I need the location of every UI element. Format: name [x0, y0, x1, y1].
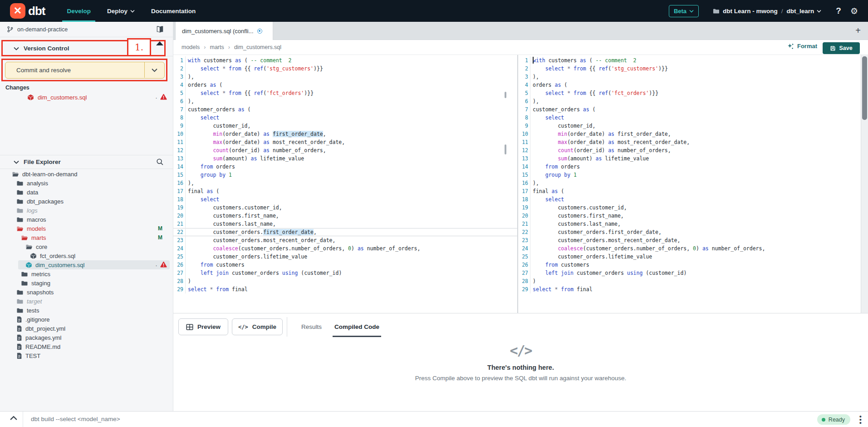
tree-item-macros[interactable]: macros	[0, 215, 173, 224]
tree-item--gitignore[interactable]: .gitignore	[0, 315, 173, 324]
code-line: 10 min(order_date) as first_order_date,	[518, 130, 861, 138]
commit-options-caret[interactable]	[144, 62, 164, 78]
branch-selector[interactable]: on-demand-practice	[0, 22, 173, 37]
tree-item-metrics[interactable]: metrics	[0, 269, 173, 278]
scrollbar-track[interactable]	[861, 55, 868, 313]
code-line: 27 left join customer_orders using (cust…	[173, 269, 517, 277]
nav-item-documentation[interactable]: Documentation	[143, 0, 204, 22]
command-input[interactable]: dbt build --select <model_name>	[31, 416, 439, 422]
code-line: 21 customers.last_name,	[173, 220, 517, 228]
folder-icon	[16, 198, 24, 205]
chevron-down-icon	[152, 68, 157, 72]
tree-item-label: models	[27, 225, 46, 232]
code-line: 4orders as (	[518, 81, 861, 89]
search-icon[interactable]	[156, 158, 164, 166]
tree-item-dbt-project-yml[interactable]: dbt_project.yml	[0, 324, 173, 333]
tree-item-packages-yml[interactable]: packages.yml	[0, 333, 173, 342]
scrollbar-thumb[interactable]	[862, 56, 867, 120]
breadcrumb-item[interactable]: dim_customers.sql	[234, 44, 281, 50]
model-cube-icon	[30, 253, 37, 259]
tree-item-target[interactable]: target	[0, 297, 173, 306]
save-button[interactable]: Save	[823, 42, 860, 54]
unsaved-dot-icon: ·	[155, 95, 157, 100]
tree-item-dbt-packages[interactable]: dbt_packages	[0, 197, 173, 206]
code-line: 9 customer_id,	[518, 122, 861, 130]
line-number: 14	[518, 163, 528, 171]
top-nav-right: Beta dbt Learn - mwong / dbt_learn ? ⚙	[669, 5, 858, 17]
tree-item-fct-orders-sql[interactable]: fct_orders.sql	[0, 251, 173, 260]
line-number: 28	[173, 277, 183, 285]
commit-and-resolve-button[interactable]: Commit and resolve	[5, 62, 165, 79]
tree-item-tests[interactable]: tests	[0, 306, 173, 315]
tree-item-analysis[interactable]: analysis	[0, 179, 173, 188]
code-line: 22 customer_orders.first_order_date,	[173, 228, 517, 236]
file-explorer-header[interactable]: File Explorer	[0, 155, 173, 169]
code-line: 11 max(order_date) as most_recent_order_…	[518, 138, 861, 146]
code-line: 29select * from final	[518, 285, 861, 293]
tree-item-snapshots[interactable]: snapshots	[0, 288, 173, 297]
tree-item-core[interactable]: core	[0, 242, 173, 251]
code-line: 18 select	[173, 195, 517, 204]
breadcrumb-item[interactable]: marts	[210, 44, 224, 50]
tree-item-data[interactable]: data	[0, 188, 173, 197]
new-tab-button[interactable]: +	[855, 25, 861, 36]
chevron-down-icon	[14, 47, 19, 50]
code-line: 6),	[518, 97, 861, 105]
line-number: 14	[173, 163, 183, 171]
overview-ruler-mark	[505, 144, 506, 154]
help-icon[interactable]: ?	[836, 6, 841, 16]
account-project-selector[interactable]: dbt Learn - mwong / dbt_learn	[710, 8, 824, 15]
tree-item-models[interactable]: modelsM	[0, 224, 173, 233]
format-button[interactable]: Format	[787, 43, 817, 50]
nav-item-deploy[interactable]: Deploy	[99, 0, 143, 22]
chevron-up-icon[interactable]	[10, 416, 17, 421]
tree-item-dbt-learn-on-demand[interactable]: dbt-learn-on-demand	[0, 169, 173, 179]
code-line: 28)	[518, 277, 861, 285]
dbt-logo-icon	[10, 3, 25, 19]
nav-item-label: Develop	[67, 8, 91, 15]
tree-item-readme-md[interactable]: README.md	[0, 342, 173, 351]
tree-item-test[interactable]: TEST	[0, 351, 173, 360]
line-number: 8	[518, 114, 528, 122]
tab-compiled-code[interactable]: Compiled Code	[334, 318, 379, 335]
branch-name: on-demand-practice	[17, 26, 68, 33]
beta-button[interactable]: Beta	[669, 5, 699, 17]
modified-badge: M	[158, 225, 162, 232]
editor-tab-bar: dim_customers.sql (confli... +	[173, 22, 868, 40]
code-line: 25 customer_orders.lifetime_value	[518, 253, 861, 261]
code-line: 28)	[173, 277, 517, 285]
compile-button[interactable]: </> Compile	[232, 318, 283, 335]
folder-icon	[16, 189, 24, 196]
tree-item-label: target	[27, 298, 42, 305]
line-number: 7	[173, 105, 183, 114]
settings-gear-icon[interactable]: ⚙	[850, 6, 858, 16]
chevron-down-icon	[14, 160, 19, 164]
tree-item-staging[interactable]: staging	[0, 278, 173, 288]
tree-item-marts[interactable]: martsM	[0, 233, 173, 242]
file-icon	[16, 334, 22, 341]
code-pane-left[interactable]: 1with customers as ( -- comment 22 selec…	[173, 55, 517, 313]
tree-item-dim-customers-sql[interactable]: dim_customers.sql·	[0, 260, 173, 269]
docs-book-icon[interactable]	[155, 25, 165, 34]
dbt-logo[interactable]: dbt	[10, 3, 45, 19]
tab-dim-customers[interactable]: dim_customers.sql (confli...	[175, 22, 273, 40]
nav-item-develop[interactable]: Develop	[59, 0, 99, 22]
code-pane-right[interactable]: 1with customers as ( -- comment 22 selec…	[518, 55, 861, 313]
compiled-code-tab-label: Compiled Code	[334, 323, 379, 330]
line-number: 20	[173, 212, 183, 220]
breadcrumb-item[interactable]: models	[181, 44, 200, 50]
line-number: 25	[173, 253, 183, 261]
kebab-menu-icon[interactable]: •••	[859, 415, 862, 424]
line-number: 25	[518, 253, 528, 261]
tree-item-label: fct_orders.sql	[40, 253, 75, 259]
changed-file-row[interactable]: dim_customers.sql·	[0, 92, 173, 102]
line-number: 7	[518, 105, 528, 114]
tree-item-label: .gitignore	[25, 316, 49, 323]
tab-results[interactable]: Results	[301, 318, 322, 335]
folder-icon	[16, 180, 24, 187]
tree-item-logs[interactable]: logs	[0, 206, 173, 215]
folder-icon	[16, 216, 24, 223]
line-number: 15	[518, 171, 528, 179]
preview-button[interactable]: Preview	[178, 318, 228, 335]
line-number: 28	[518, 277, 528, 285]
